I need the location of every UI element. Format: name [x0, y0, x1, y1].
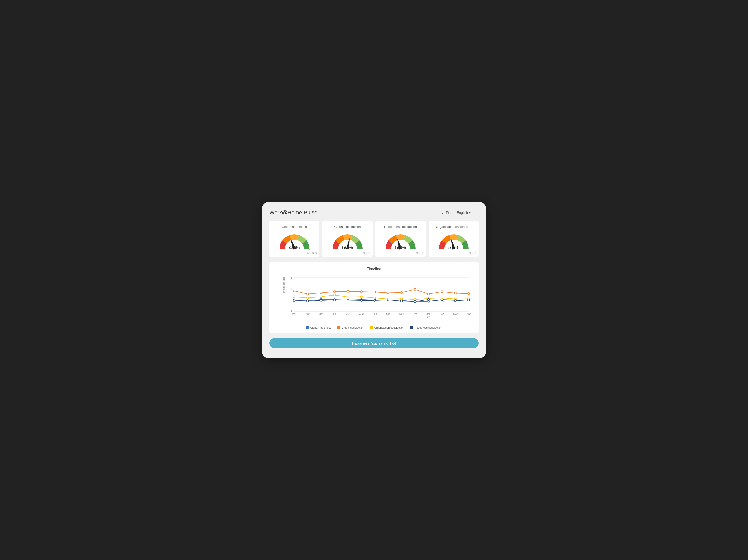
svg-point-103: [360, 299, 362, 301]
svg-point-84: [293, 296, 295, 297]
filter-icon: [440, 211, 444, 215]
svg-point-106: [401, 300, 403, 302]
svg-text:1: 1: [332, 248, 333, 251]
gauge-row: Global happiness 1 2 3 4 5 49% N 1.00: [269, 221, 479, 257]
svg-text:5: 5: [361, 248, 363, 251]
svg-point-92: [401, 297, 403, 299]
svg-point-71: [307, 293, 309, 295]
svg-point-104: [374, 299, 376, 301]
svg-text:Apr: Apr: [306, 313, 310, 315]
svg-point-80: [427, 293, 429, 295]
svg-text:1: 1: [438, 248, 440, 251]
svg-point-78: [401, 291, 403, 293]
svg-point-95: [441, 297, 443, 299]
gauge-value: 51%: [448, 244, 459, 251]
chart-area: 2345Not at all satisfiedMarAprMayJunJulA…: [274, 274, 474, 324]
svg-point-101: [334, 299, 335, 301]
legend-item: Resources satisfaction: [410, 326, 442, 329]
svg-text:1: 1: [279, 248, 280, 251]
svg-text:4: 4: [411, 242, 412, 244]
filter-button[interactable]: Filter: [440, 211, 453, 215]
svg-point-70: [293, 290, 295, 292]
svg-text:1: 1: [385, 248, 387, 251]
bottom-bar: Happiness (star rating 1-5): [269, 338, 479, 348]
svg-text:Feb: Feb: [440, 313, 444, 315]
legend-label: Organization satisfaction: [374, 326, 404, 329]
svg-point-73: [334, 291, 335, 293]
legend-color: [306, 326, 309, 329]
svg-point-89: [360, 296, 362, 297]
gauge-value: 49%: [289, 244, 300, 251]
gauge-wrap: 1 2 3 4 5 51%: [435, 230, 472, 250]
svg-point-99: [307, 300, 309, 302]
svg-text:Jul: Jul: [346, 313, 350, 315]
svg-point-83: [468, 292, 470, 294]
header-controls: Filter English ▾ ⋮: [440, 210, 479, 215]
chevron-down-icon: ▾: [469, 211, 471, 215]
legend-item: Global satisfaction: [337, 326, 364, 329]
svg-text:5: 5: [468, 248, 469, 251]
svg-text:Dec: Dec: [413, 313, 417, 315]
svg-text:2: 2: [390, 242, 391, 244]
svg-text:Aug: Aug: [359, 313, 364, 315]
gauge-title: Global satisfaction: [334, 225, 360, 228]
svg-point-109: [441, 300, 443, 302]
gauge-value: 66%: [342, 244, 353, 251]
svg-text:4: 4: [291, 287, 292, 290]
svg-point-107: [414, 300, 416, 302]
svg-text:3: 3: [347, 234, 348, 237]
svg-point-105: [387, 299, 389, 301]
legend-color: [337, 326, 340, 329]
svg-text:2: 2: [283, 242, 284, 244]
svg-point-75: [360, 291, 362, 293]
gauge-title: Resources satisfaction: [384, 225, 417, 228]
svg-text:5: 5: [291, 276, 292, 279]
svg-point-86: [320, 296, 322, 297]
svg-point-82: [454, 292, 456, 294]
svg-text:3: 3: [294, 234, 295, 237]
svg-point-88: [347, 296, 349, 298]
svg-text:Sep: Sep: [373, 313, 377, 315]
gauge-card-resources-satisfaction: Resources satisfaction 1 2 3 4 5 50%: [375, 221, 426, 257]
svg-point-74: [347, 290, 349, 292]
gauge-title: Global happiness: [282, 225, 307, 228]
svg-point-87: [334, 294, 335, 296]
svg-point-79: [414, 288, 416, 290]
svg-text:Mar: Mar: [453, 313, 458, 315]
more-button[interactable]: ⋮: [474, 210, 479, 215]
legend-label: Global satisfaction: [342, 326, 364, 329]
svg-text:3: 3: [453, 234, 454, 237]
header: Work@Home Pulse Filter English ▾ ⋮: [269, 209, 479, 216]
svg-point-110: [454, 299, 456, 301]
svg-point-85: [307, 297, 309, 299]
legend-label: Global happiness: [310, 326, 331, 329]
language-button[interactable]: English ▾: [457, 211, 471, 215]
gauge-card-organization-satisfaction: Organization satisfaction 1 2 3 4 5 51%: [428, 221, 479, 257]
gauge-wrap: 1 2 3 4 5 49%: [276, 230, 313, 250]
svg-text:5: 5: [415, 248, 416, 251]
legend-color: [370, 326, 373, 329]
svg-text:3: 3: [291, 298, 292, 301]
gauge-value: 50%: [395, 244, 406, 251]
svg-text:Jun: Jun: [332, 313, 336, 315]
page-title: Work@Home Pulse: [269, 209, 318, 216]
svg-text:Oct: Oct: [386, 313, 390, 315]
main-screen: Work@Home Pulse Filter English ▾ ⋮ Globa…: [262, 202, 486, 358]
svg-point-77: [387, 292, 389, 294]
gauge-card-global-happiness: Global happiness 1 2 3 4 5 49% N 1.00: [269, 221, 320, 257]
legend-color: [410, 326, 413, 329]
timeline-chart: 2345Not at all satisfiedMarAprMayJunJulA…: [274, 274, 474, 324]
svg-point-90: [374, 297, 376, 299]
svg-point-98: [293, 299, 295, 301]
svg-point-102: [347, 299, 349, 301]
svg-text:5: 5: [308, 248, 310, 251]
gauge-wrap: 1 2 3 4 5 50%: [382, 230, 419, 250]
svg-text:Apr: Apr: [467, 313, 471, 315]
svg-point-100: [320, 299, 322, 301]
svg-point-111: [468, 299, 470, 301]
svg-text:2: 2: [336, 242, 337, 244]
svg-point-81: [441, 291, 443, 293]
svg-text:May: May: [319, 313, 323, 315]
gauge-wrap: 1 2 3 4 5 66%: [329, 230, 366, 250]
svg-text:4: 4: [464, 242, 465, 244]
